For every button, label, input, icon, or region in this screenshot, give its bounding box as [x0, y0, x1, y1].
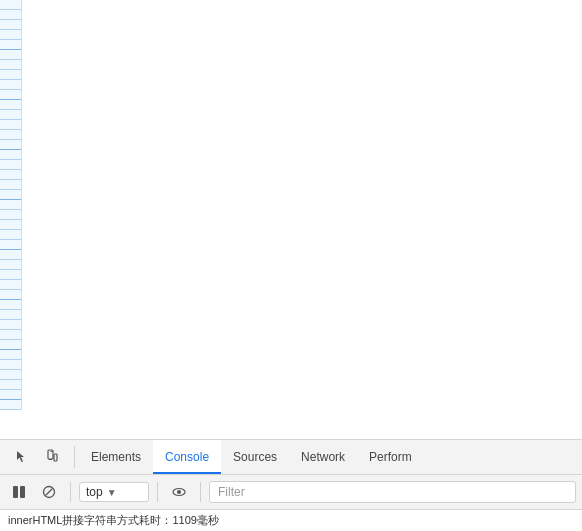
content-area — [22, 0, 582, 410]
ruler-tick — [0, 0, 21, 10]
tab-console[interactable]: Console — [153, 440, 221, 474]
svg-rect-2 — [49, 459, 52, 460]
ruler-tick — [0, 390, 21, 400]
toolbar-divider-2 — [157, 482, 158, 502]
tab-icons-group — [4, 440, 70, 474]
svg-rect-5 — [20, 486, 25, 498]
ruler-tick — [0, 60, 21, 70]
ruler-tick — [0, 330, 21, 340]
ruler-tick — [0, 70, 21, 80]
status-text: innerHTML拼接字符串方式耗时：1109毫秒 — [8, 513, 219, 528]
ruler-tick — [0, 200, 21, 210]
execute-icon — [11, 484, 27, 500]
ruler-tick — [0, 190, 21, 200]
filter-input[interactable] — [209, 481, 576, 503]
eye-icon — [171, 484, 187, 500]
ruler-tick — [0, 150, 21, 160]
svg-rect-1 — [51, 451, 53, 452]
tabs-bar: Elements Console Sources Network Perform — [0, 439, 582, 474]
ruler-tick — [0, 160, 21, 170]
context-selector[interactable]: top ▼ — [79, 482, 149, 502]
ruler-tick — [0, 240, 21, 250]
tab-sources[interactable]: Sources — [221, 440, 289, 474]
ruler-tick — [0, 50, 21, 60]
ruler-tick — [0, 280, 21, 290]
ruler-tick — [0, 310, 21, 320]
ruler-tick — [0, 180, 21, 190]
ruler-tick — [0, 110, 21, 120]
execute-button[interactable] — [6, 479, 32, 505]
ruler-tick — [0, 250, 21, 260]
ruler-tick — [0, 140, 21, 150]
clear-icon — [41, 484, 57, 500]
tabs-list: Elements Console Sources Network Perform — [79, 440, 578, 474]
ruler-tick — [0, 400, 21, 410]
ruler-tick — [0, 80, 21, 90]
ruler-tick — [0, 350, 21, 360]
ruler-tick — [0, 130, 21, 140]
ruler-tick — [0, 30, 21, 40]
tab-divider — [74, 446, 75, 468]
ruler-tick — [0, 10, 21, 20]
ruler-tick — [0, 290, 21, 300]
svg-rect-4 — [13, 486, 18, 498]
eye-button[interactable] — [166, 479, 192, 505]
clear-button[interactable] — [36, 479, 62, 505]
ruler-tick — [0, 370, 21, 380]
ruler-tick — [0, 210, 21, 220]
ruler-tick — [0, 270, 21, 280]
ruler-tick — [0, 230, 21, 240]
toolbar-bar: top ▼ — [0, 474, 582, 509]
ruler-tick — [0, 40, 21, 50]
ruler-tick — [0, 320, 21, 330]
main-content — [0, 0, 582, 410]
devtools-panel: Elements Console Sources Network Perform — [0, 439, 582, 531]
ruler-tick — [0, 170, 21, 180]
svg-rect-3 — [54, 454, 57, 461]
ruler-tick — [0, 380, 21, 390]
ruler-tick — [0, 100, 21, 110]
toolbar-divider — [70, 482, 71, 502]
toolbar-divider-3 — [200, 482, 201, 502]
ruler-tick — [0, 90, 21, 100]
inspect-icon — [14, 449, 30, 465]
tab-network[interactable]: Network — [289, 440, 357, 474]
ruler-tick — [0, 120, 21, 130]
inspect-element-button[interactable] — [8, 443, 36, 471]
ruler-tick — [0, 220, 21, 230]
device-toolbar-button[interactable] — [38, 443, 66, 471]
svg-line-7 — [46, 489, 53, 496]
svg-point-9 — [177, 490, 181, 494]
ruler — [0, 0, 22, 410]
ruler-tick — [0, 340, 21, 350]
ruler-tick — [0, 20, 21, 30]
ruler-tick — [0, 260, 21, 270]
ruler-tick — [0, 300, 21, 310]
tab-elements[interactable]: Elements — [79, 440, 153, 474]
device-icon — [44, 449, 60, 465]
tab-performance[interactable]: Perform — [357, 440, 424, 474]
status-bar: innerHTML拼接字符串方式耗时：1109毫秒 — [0, 509, 582, 531]
context-arrow-icon: ▼ — [107, 487, 117, 498]
ruler-tick — [0, 360, 21, 370]
